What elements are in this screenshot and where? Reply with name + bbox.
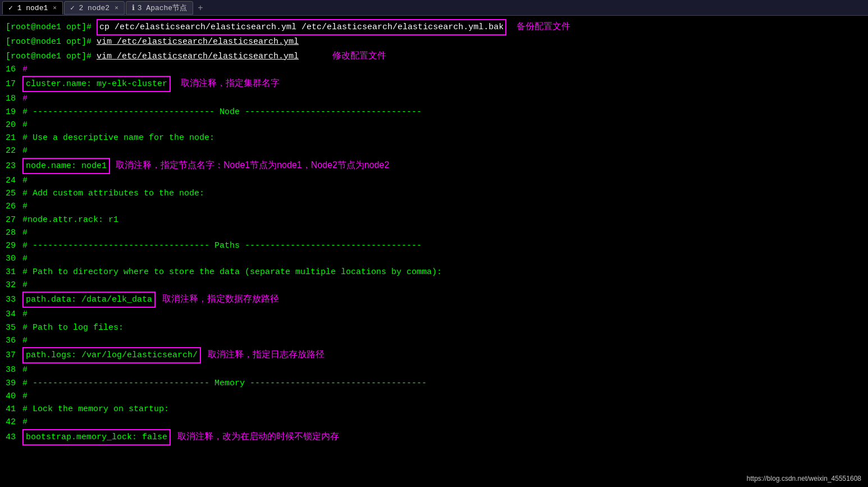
tab-add-button[interactable]: + xyxy=(194,3,206,13)
tab-node1-label: ✓ 1 node1 xyxy=(8,3,48,12)
line-22: 22 # xyxy=(6,144,862,157)
line-19: 19 # -----------------------------------… xyxy=(6,106,862,119)
line-40: 40 # xyxy=(6,390,862,403)
tab-apache-label: 3 Apache节点 xyxy=(138,3,187,13)
annotation-node-name: 取消注释，指定节点名字：Node1节点为node1，Node2节点为node2 xyxy=(116,158,389,172)
line-43: 43 bootstrap.memory_lock: false 取消注释，改为在… xyxy=(6,429,862,445)
tab-node1[interactable]: ✓ 1 node1 ✕ xyxy=(2,1,63,15)
line-33: 33 path.data: /data/elk_data 取消注释，指定数据存放… xyxy=(6,292,862,308)
tab-node1-close[interactable]: ✕ xyxy=(53,4,57,11)
line-31: 31 # Path to directory where to store th… xyxy=(6,266,862,279)
line-24: 24 # xyxy=(6,174,862,187)
cmd-line-cp: [root@node1 opt]# cp /etc/elasticsearch/… xyxy=(6,19,862,35)
terminal: [root@node1 opt]# cp /etc/elasticsearch/… xyxy=(0,16,868,449)
line-16: 16 # xyxy=(6,63,862,76)
line-25: 25 # Add custom attributes to the node: xyxy=(6,187,862,200)
line-23: 23 node.name: node1 取消注释，指定节点名字：Node1节点为… xyxy=(6,158,862,174)
line-36: 36 # xyxy=(6,334,862,347)
annotation-cluster: 取消注释，指定集群名字 xyxy=(181,76,280,90)
tab-apache[interactable]: ℹ 3 Apache节点 xyxy=(126,1,193,15)
line-30: 30 # xyxy=(6,252,862,265)
annotation-memory-lock: 取消注释，改为在启动的时候不锁定内存 xyxy=(177,430,339,444)
line-35: 35 # Path to log files: xyxy=(6,321,862,334)
line-28: 28 # xyxy=(6,226,862,239)
annotation-log-path: 取消注释，指定日志存放路径 xyxy=(208,348,325,362)
tab-node2-label: ✓ 2 node2 xyxy=(70,3,109,12)
tab-node2-close[interactable]: ✕ xyxy=(115,4,118,11)
annotation-modify: 修改配置文件 xyxy=(332,49,386,63)
line-39: 39 # -----------------------------------… xyxy=(6,377,862,390)
cmd-line-vim1: [root@node1 opt]# vim /etc/elasticsearch… xyxy=(6,35,862,48)
line-37: 37 path.logs: /var/log/elasticsearch/ 取消… xyxy=(6,347,862,363)
watermark: https://blog.csdn.net/weixin_45551608 xyxy=(747,475,861,483)
line-18: 18 # xyxy=(6,92,862,105)
line-27: 27 #node.attr.rack: r1 xyxy=(6,213,862,226)
line-21: 21 # Use a descriptive name for the node… xyxy=(6,131,862,144)
tab-bar: ✓ 1 node1 ✕ ✓ 2 node2 ✕ ℹ 3 Apache节点 + xyxy=(0,0,868,16)
line-26: 26 # xyxy=(6,200,862,213)
tab-apache-num: ℹ xyxy=(132,3,135,12)
line-17: 17 cluster.name: my-elk-cluster 取消注释，指定集… xyxy=(6,76,862,92)
annotation-backup: 备份配置文件 xyxy=(517,20,570,34)
tab-node2[interactable]: ✓ 2 node2 ✕ xyxy=(64,1,125,15)
cmd-line-vim2: [root@node1 opt]# vim /etc/elasticsearch… xyxy=(6,49,862,63)
line-38: 38 # xyxy=(6,363,862,376)
line-32: 32 # xyxy=(6,279,862,292)
line-42: 42 # xyxy=(6,416,862,429)
line-41: 41 # Lock the memory on startup: xyxy=(6,403,862,416)
annotation-data-path: 取消注释，指定数据存放路径 xyxy=(162,292,279,306)
line-34: 34 # xyxy=(6,308,862,321)
line-29: 29 # -----------------------------------… xyxy=(6,239,862,252)
line-20: 20 # xyxy=(6,119,862,131)
